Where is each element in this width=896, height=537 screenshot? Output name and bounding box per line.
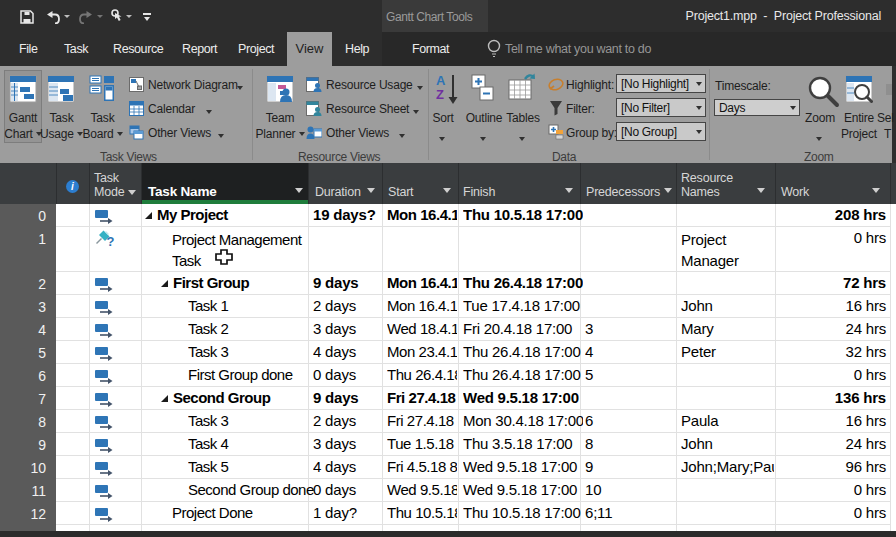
svg-text:Z: Z [436,87,444,102]
svg-text:?: ? [107,234,115,249]
svg-text:A: A [436,73,446,88]
